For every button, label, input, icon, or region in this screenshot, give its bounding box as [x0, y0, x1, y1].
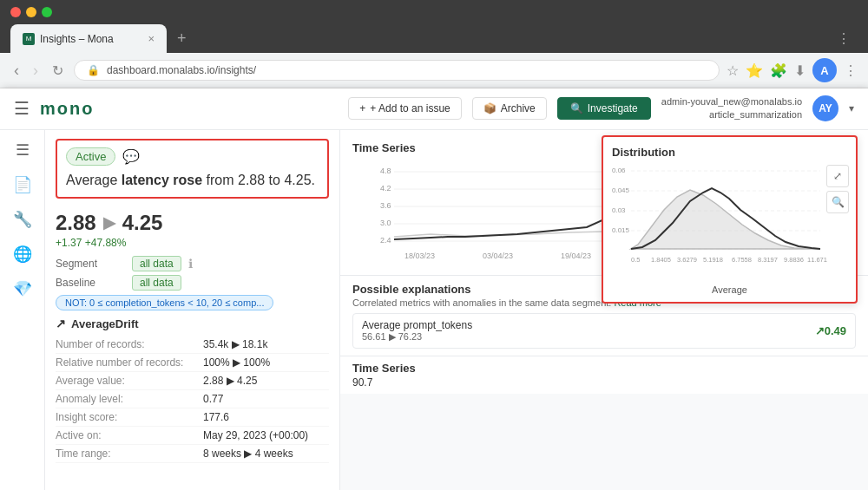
distribution-chart: 0.06 0.045 0.03 0.015 0.5 1.8 — [612, 162, 829, 279]
detail-row-time-range: Time range: 8 weeks ▶ 4 weeks — [56, 445, 329, 463]
explanation-trend: ↗0.49 — [815, 324, 846, 337]
svg-text:1.8405: 1.8405 — [651, 256, 671, 264]
detail-row-relative: Relative number of records: 100% ▶ 100% — [56, 354, 329, 372]
app-logo: mono — [40, 99, 94, 119]
bottom-ts-section: Time Series 90.7 — [340, 356, 868, 394]
svg-text:3.6279: 3.6279 — [677, 256, 697, 264]
filter-chip-row: NOT: 0 ≤ completion_tokens < 10, 20 ≤ co… — [56, 294, 329, 310]
sidebar-icon-globe[interactable]: 🌐 — [13, 245, 32, 264]
sidebar-icon-menu[interactable]: ☰ — [16, 140, 30, 160]
back-button[interactable]: ‹ — [10, 62, 23, 80]
traffic-light-yellow[interactable] — [26, 7, 36, 17]
sidebar-icon-doc[interactable]: 📄 — [13, 175, 32, 194]
bottom-ts-value: 90.7 — [352, 376, 856, 389]
svg-text:2.4: 2.4 — [380, 236, 391, 245]
svg-text:0.045: 0.045 — [612, 186, 630, 194]
traffic-light-red[interactable] — [10, 7, 21, 17]
svg-text:18/03/23: 18/03/23 — [404, 252, 435, 260]
plus-icon: + — [359, 102, 365, 114]
refresh-button[interactable]: ↻ — [49, 62, 67, 79]
metric-change: +1.37 +47.88% — [56, 237, 329, 249]
explanation-card-0: Average prompt_tokens 56.61 ▶ 76.23 ↗0.4… — [352, 313, 856, 349]
distribution-x-label: Average — [612, 284, 847, 295]
svg-text:03/04/23: 03/04/23 — [483, 252, 513, 260]
metric-arrow-icon: ▶ — [103, 213, 115, 232]
svg-text:6.7558: 6.7558 — [732, 256, 752, 264]
extensions-icon[interactable]: 🧩 — [770, 62, 787, 79]
detail-row-insight-score: Insight score: 177.6 — [56, 408, 329, 427]
segment-label: Segment — [56, 258, 125, 270]
svg-text:8.3197: 8.3197 — [758, 256, 778, 264]
new-tab-button[interactable]: + — [168, 24, 195, 53]
distribution-title: Distribution — [612, 146, 847, 159]
user-chevron-down-icon[interactable]: ▾ — [849, 102, 854, 114]
svg-text:19/04/23: 19/04/23 — [561, 252, 591, 260]
explanation-name: Average prompt_tokens 56.61 ▶ 76.23 — [362, 319, 472, 343]
comment-icon[interactable]: 💬 — [122, 148, 140, 165]
sidebar-icon-tools[interactable]: 🔧 — [13, 210, 32, 229]
archive-icon: 📦 — [483, 102, 496, 114]
svg-text:4.8: 4.8 — [380, 167, 391, 175]
segment-row: Segment all data ℹ — [56, 256, 329, 271]
chrome-menu-icon[interactable]: ⋮ — [844, 62, 858, 79]
detail-row-anomaly: Anomaly level: 0.77 — [56, 390, 329, 408]
tab-favicon: M — [23, 33, 35, 45]
tab-label: Insights – Mona — [40, 33, 114, 45]
distribution-zoom-button[interactable]: 🔍 — [826, 191, 849, 213]
star-icon[interactable]: ⭐ — [746, 62, 763, 79]
filter-chip[interactable]: NOT: 0 ≤ completion_tokens < 10, 20 ≤ co… — [56, 295, 273, 310]
detail-row-avg: Average value: 2.88 ▶ 4.25 — [56, 372, 329, 390]
active-badge: Active — [66, 147, 115, 166]
active-insight-section: Active 💬 Average latency rose from 2.88 … — [56, 139, 329, 199]
baseline-row: Baseline all data — [56, 275, 329, 291]
archive-button[interactable]: 📦 Archive — [472, 97, 547, 120]
download-icon[interactable]: ⬇ — [794, 62, 806, 79]
sidebar-icon-diamond[interactable]: 💎 — [13, 279, 32, 298]
add-to-issue-button[interactable]: + + Add to an issue — [348, 97, 461, 120]
svg-text:0.015: 0.015 — [612, 226, 630, 234]
segment-info-icon[interactable]: ℹ — [188, 257, 193, 271]
insight-details: Number of records: 35.4k ▶ 18.1k Relativ… — [56, 336, 329, 463]
metric-hero: 2.88 ▶ 4.25 — [56, 211, 329, 235]
browser-tab-active[interactable]: M Insights – Mona × — [10, 24, 167, 53]
svg-text:4.2: 4.2 — [380, 184, 391, 193]
distribution-panel: Distribution ⤢ 🔍 0.06 0.045 0.03 0.015 — [602, 135, 858, 304]
time-series-title: Time Series — [352, 141, 416, 154]
lock-icon: 🔒 — [87, 64, 100, 76]
insight-title: Average latency rose from 2.88 to 4.25. — [66, 171, 319, 190]
svg-text:0.5: 0.5 — [631, 256, 640, 264]
url-text: dashboard.monalabs.io/insights/ — [107, 64, 256, 76]
svg-text:3.0: 3.0 — [380, 219, 391, 227]
svg-text:3.6: 3.6 — [380, 201, 391, 210]
detail-row-active-on: Active on: May 29, 2023 (+00:00) — [56, 427, 329, 445]
forward-button[interactable]: › — [30, 62, 42, 80]
distribution-actions: ⤢ 🔍 — [826, 165, 849, 213]
svg-text:9.8836: 9.8836 — [784, 256, 804, 264]
baseline-value: all data — [132, 275, 181, 291]
hamburger-menu[interactable]: ☰ — [14, 98, 30, 119]
avg-drift-row: ↗ AverageDrift — [56, 317, 329, 330]
bottom-ts-title: Time Series — [352, 362, 856, 375]
svg-text:0.03: 0.03 — [612, 206, 626, 214]
segment-value: all data — [132, 256, 181, 271]
trend-icon: ↗ — [56, 317, 66, 330]
user-avatar[interactable]: AY — [812, 95, 838, 121]
user-info: admin-youval_new@monalabs.io article_sum… — [661, 95, 802, 122]
browser-menu-icon[interactable]: ⋮ — [830, 30, 858, 47]
svg-text:11.671: 11.671 — [807, 256, 827, 264]
explanation-subvalue: 56.61 ▶ 76.23 — [362, 331, 472, 343]
svg-text:0.06: 0.06 — [612, 167, 626, 174]
detail-row-records: Number of records: 35.4k ▶ 18.1k — [56, 336, 329, 354]
tab-close-icon[interactable]: × — [148, 32, 155, 45]
svg-marker-24 — [631, 190, 820, 249]
search-icon: 🔍 — [570, 102, 583, 114]
svg-text:5.1918: 5.1918 — [703, 256, 723, 264]
chrome-user-avatar[interactable]: A — [812, 58, 837, 82]
address-bar[interactable]: 🔒 dashboard.monalabs.io/insights/ — [74, 60, 720, 81]
traffic-light-green[interactable] — [42, 7, 52, 17]
bookmark-icon[interactable]: ☆ — [727, 62, 739, 79]
baseline-label: Baseline — [56, 277, 125, 289]
distribution-expand-button[interactable]: ⤢ — [826, 165, 849, 187]
investigate-button[interactable]: 🔍 Investigate — [557, 97, 651, 120]
